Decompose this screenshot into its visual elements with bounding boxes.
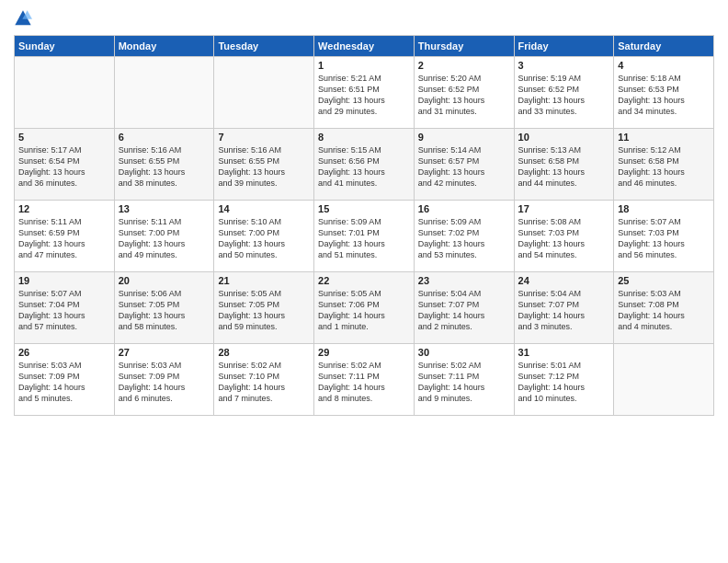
calendar: SundayMondayTuesdayWednesdayThursdayFrid… xyxy=(14,35,714,416)
day-info: Sunrise: 5:16 AM Sunset: 6:55 PM Dayligh… xyxy=(119,144,210,190)
calendar-cell: 9Sunrise: 5:14 AM Sunset: 6:57 PM Daylig… xyxy=(414,129,514,201)
day-number: 12 xyxy=(18,203,110,214)
calendar-cell xyxy=(614,344,714,416)
day-number: 25 xyxy=(618,275,710,286)
calendar-cell: 21Sunrise: 5:05 AM Sunset: 7:05 PM Dayli… xyxy=(214,272,314,344)
day-info: Sunrise: 5:04 AM Sunset: 7:07 PM Dayligh… xyxy=(418,288,510,333)
calendar-cell: 26Sunrise: 5:03 AM Sunset: 7:09 PM Dayli… xyxy=(15,344,115,416)
day-info: Sunrise: 5:09 AM Sunset: 7:02 PM Dayligh… xyxy=(418,216,510,261)
day-info: Sunrise: 5:21 AM Sunset: 6:51 PM Dayligh… xyxy=(318,73,410,118)
day-info: Sunrise: 5:05 AM Sunset: 7:06 PM Dayligh… xyxy=(318,288,410,333)
day-info: Sunrise: 5:02 AM Sunset: 7:10 PM Dayligh… xyxy=(218,360,310,405)
day-info: Sunrise: 5:15 AM Sunset: 6:56 PM Dayligh… xyxy=(318,144,410,190)
calendar-week-5: 26Sunrise: 5:03 AM Sunset: 7:09 PM Dayli… xyxy=(15,344,714,416)
calendar-cell: 8Sunrise: 5:15 AM Sunset: 6:56 PM Daylig… xyxy=(314,129,415,201)
calendar-cell: 10Sunrise: 5:13 AM Sunset: 6:58 PM Dayli… xyxy=(514,129,614,201)
day-number: 1 xyxy=(318,60,410,71)
day-number: 9 xyxy=(418,132,510,143)
day-number: 21 xyxy=(218,275,310,286)
day-info: Sunrise: 5:06 AM Sunset: 7:05 PM Dayligh… xyxy=(119,288,210,333)
calendar-cell: 25Sunrise: 5:03 AM Sunset: 7:08 PM Dayli… xyxy=(614,272,714,344)
day-number: 11 xyxy=(618,132,710,143)
day-info: Sunrise: 5:13 AM Sunset: 6:58 PM Dayligh… xyxy=(518,144,610,190)
calendar-cell xyxy=(15,57,115,129)
day-header-friday: Friday xyxy=(514,36,614,57)
day-header-saturday: Saturday xyxy=(614,36,714,57)
day-info: Sunrise: 5:01 AM Sunset: 7:12 PM Dayligh… xyxy=(518,360,610,405)
day-number: 20 xyxy=(119,275,210,286)
day-number: 13 xyxy=(119,203,210,214)
day-number: 5 xyxy=(18,132,110,143)
day-info: Sunrise: 5:02 AM Sunset: 7:11 PM Dayligh… xyxy=(318,360,410,405)
calendar-cell: 28Sunrise: 5:02 AM Sunset: 7:10 PM Dayli… xyxy=(214,344,314,416)
day-info: Sunrise: 5:07 AM Sunset: 7:03 PM Dayligh… xyxy=(618,216,710,261)
day-number: 15 xyxy=(318,203,410,214)
header xyxy=(14,9,714,28)
day-number: 29 xyxy=(318,347,410,358)
day-number: 16 xyxy=(418,203,510,214)
day-info: Sunrise: 5:09 AM Sunset: 7:01 PM Dayligh… xyxy=(318,216,410,261)
day-info: Sunrise: 5:03 AM Sunset: 7:09 PM Dayligh… xyxy=(119,360,210,405)
calendar-cell: 4Sunrise: 5:18 AM Sunset: 6:53 PM Daylig… xyxy=(614,57,714,129)
calendar-cell: 27Sunrise: 5:03 AM Sunset: 7:09 PM Dayli… xyxy=(114,344,214,416)
logo xyxy=(14,9,36,28)
day-number: 30 xyxy=(418,347,510,358)
day-header-sunday: Sunday xyxy=(15,36,115,57)
calendar-cell: 3Sunrise: 5:19 AM Sunset: 6:52 PM Daylig… xyxy=(514,57,614,129)
day-number: 10 xyxy=(518,132,610,143)
calendar-cell: 2Sunrise: 5:20 AM Sunset: 6:52 PM Daylig… xyxy=(414,57,514,129)
day-number: 7 xyxy=(218,132,310,143)
day-info: Sunrise: 5:05 AM Sunset: 7:05 PM Dayligh… xyxy=(218,288,310,333)
day-number: 8 xyxy=(318,132,410,143)
day-info: Sunrise: 5:08 AM Sunset: 7:03 PM Dayligh… xyxy=(518,216,610,261)
day-number: 24 xyxy=(518,275,610,286)
day-info: Sunrise: 5:04 AM Sunset: 7:07 PM Dayligh… xyxy=(518,288,610,333)
day-info: Sunrise: 5:07 AM Sunset: 7:04 PM Dayligh… xyxy=(18,288,110,333)
day-number: 18 xyxy=(618,203,710,214)
calendar-cell: 7Sunrise: 5:16 AM Sunset: 6:55 PM Daylig… xyxy=(214,129,314,201)
calendar-cell: 15Sunrise: 5:09 AM Sunset: 7:01 PM Dayli… xyxy=(314,201,415,272)
calendar-cell: 13Sunrise: 5:11 AM Sunset: 7:00 PM Dayli… xyxy=(114,201,214,272)
calendar-cell: 30Sunrise: 5:02 AM Sunset: 7:11 PM Dayli… xyxy=(414,344,514,416)
day-info: Sunrise: 5:03 AM Sunset: 7:08 PM Dayligh… xyxy=(618,288,710,333)
calendar-week-3: 12Sunrise: 5:11 AM Sunset: 6:59 PM Dayli… xyxy=(15,201,714,272)
calendar-cell: 11Sunrise: 5:12 AM Sunset: 6:58 PM Dayli… xyxy=(614,129,714,201)
day-header-tuesday: Tuesday xyxy=(214,36,314,57)
day-number: 3 xyxy=(518,60,610,71)
day-info: Sunrise: 5:11 AM Sunset: 6:59 PM Dayligh… xyxy=(18,216,110,261)
header-row: SundayMondayTuesdayWednesdayThursdayFrid… xyxy=(15,36,714,57)
day-number: 27 xyxy=(119,347,210,358)
day-header-monday: Monday xyxy=(114,36,214,57)
calendar-cell: 1Sunrise: 5:21 AM Sunset: 6:51 PM Daylig… xyxy=(314,57,415,129)
calendar-week-4: 19Sunrise: 5:07 AM Sunset: 7:04 PM Dayli… xyxy=(15,272,714,344)
page: SundayMondayTuesdayWednesdayThursdayFrid… xyxy=(0,0,728,563)
calendar-cell: 20Sunrise: 5:06 AM Sunset: 7:05 PM Dayli… xyxy=(114,272,214,344)
day-number: 26 xyxy=(18,347,110,358)
day-number: 17 xyxy=(518,203,610,214)
day-info: Sunrise: 5:16 AM Sunset: 6:55 PM Dayligh… xyxy=(218,144,310,190)
day-number: 19 xyxy=(18,275,110,286)
calendar-cell: 18Sunrise: 5:07 AM Sunset: 7:03 PM Dayli… xyxy=(614,201,714,272)
calendar-week-2: 5Sunrise: 5:17 AM Sunset: 6:54 PM Daylig… xyxy=(15,129,714,201)
calendar-cell: 22Sunrise: 5:05 AM Sunset: 7:06 PM Dayli… xyxy=(314,272,415,344)
day-info: Sunrise: 5:11 AM Sunset: 7:00 PM Dayligh… xyxy=(119,216,210,261)
day-info: Sunrise: 5:20 AM Sunset: 6:52 PM Dayligh… xyxy=(418,73,510,118)
calendar-cell: 6Sunrise: 5:16 AM Sunset: 6:55 PM Daylig… xyxy=(114,129,214,201)
calendar-cell: 14Sunrise: 5:10 AM Sunset: 7:00 PM Dayli… xyxy=(214,201,314,272)
day-number: 2 xyxy=(418,60,510,71)
day-number: 28 xyxy=(218,347,310,358)
day-info: Sunrise: 5:14 AM Sunset: 6:57 PM Dayligh… xyxy=(418,144,510,190)
day-number: 22 xyxy=(318,275,410,286)
calendar-cell: 23Sunrise: 5:04 AM Sunset: 7:07 PM Dayli… xyxy=(414,272,514,344)
calendar-cell: 12Sunrise: 5:11 AM Sunset: 6:59 PM Dayli… xyxy=(15,201,115,272)
day-info: Sunrise: 5:02 AM Sunset: 7:11 PM Dayligh… xyxy=(418,360,510,405)
day-info: Sunrise: 5:10 AM Sunset: 7:00 PM Dayligh… xyxy=(218,216,310,261)
day-number: 31 xyxy=(518,347,610,358)
calendar-cell: 24Sunrise: 5:04 AM Sunset: 7:07 PM Dayli… xyxy=(514,272,614,344)
day-info: Sunrise: 5:19 AM Sunset: 6:52 PM Dayligh… xyxy=(518,73,610,118)
calendar-cell: 5Sunrise: 5:17 AM Sunset: 6:54 PM Daylig… xyxy=(15,129,115,201)
logo-icon xyxy=(14,9,32,28)
day-header-thursday: Thursday xyxy=(414,36,514,57)
day-number: 6 xyxy=(119,132,210,143)
day-info: Sunrise: 5:12 AM Sunset: 6:58 PM Dayligh… xyxy=(618,144,710,190)
